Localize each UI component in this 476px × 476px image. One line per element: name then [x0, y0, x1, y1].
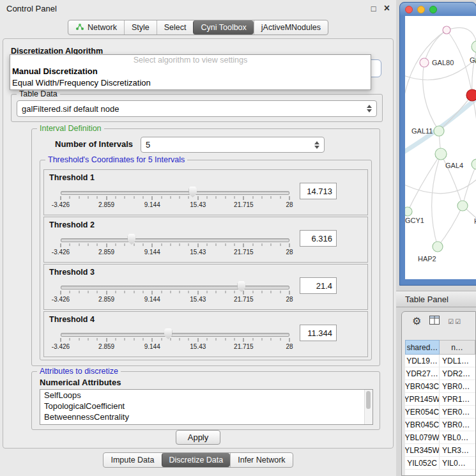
- top-tabbar: Network Style Select Cyni Toolbox jActiv…: [0, 20, 396, 35]
- tab-jactivemnodules[interactable]: jActiveMNodules: [254, 20, 328, 35]
- slider-track[interactable]: [61, 333, 289, 337]
- table-row[interactable]: YLR345WYLR3…: [405, 444, 475, 457]
- combo-arrows-icon: [367, 105, 372, 112]
- table-row[interactable]: YDL19…YDL1…: [405, 355, 475, 367]
- dropdown-option-manual-discretization[interactable]: Manual Discretization: [10, 66, 371, 77]
- table-data-value: galFiltered.sif default node: [22, 104, 119, 114]
- threshold-3-value-field[interactable]: 21.4: [300, 277, 337, 294]
- table-row[interactable]: YDR27…YDR2…: [405, 367, 475, 380]
- scale-tick-label: 2.859: [98, 343, 114, 350]
- table-row[interactable]: YPR145WYPR1…: [405, 393, 475, 406]
- tab-select[interactable]: Select: [157, 20, 194, 35]
- minimize-traffic-light[interactable]: [417, 6, 425, 13]
- table-panel-titlebar: Table Panel: [396, 291, 476, 307]
- network-edge: [472, 47, 476, 95]
- network-node[interactable]: [433, 242, 443, 252]
- threshold-2-slider[interactable]: -3.4262.8599.14415.4321.71528: [57, 233, 293, 261]
- scale-tick-label: 9.144: [144, 343, 160, 350]
- scale-tick-label: 28: [286, 249, 293, 256]
- node-label: GA: [470, 56, 476, 64]
- attribute-list-item[interactable]: SelfLoops: [40, 390, 372, 401]
- slider-track[interactable]: [61, 238, 289, 242]
- table-data-combobox[interactable]: galFiltered.sif default node: [17, 100, 377, 117]
- scale-tick-label: 28: [286, 201, 293, 208]
- network-node[interactable]: [466, 89, 476, 101]
- tab-cyni-toolbox[interactable]: Cyni Toolbox: [193, 20, 253, 35]
- table-cell: YPR1…: [440, 393, 475, 405]
- node-table-body: YDL19…YDL1…YDR27…YDR2…YBR043CYBR0…YPR145…: [405, 355, 475, 470]
- attributes-group-label: Attributes to discretize: [37, 367, 121, 376]
- table-row[interactable]: YBR043CYBR0…: [405, 380, 475, 393]
- scale-tick-label: 2.859: [98, 201, 114, 208]
- numerical-attributes-label: Numerical Attributes: [40, 378, 121, 387]
- tab-infer-network[interactable]: Infer Network: [230, 453, 292, 467]
- network-node[interactable]: [457, 201, 468, 211]
- number-of-intervals-combobox[interactable]: 5: [141, 137, 325, 153]
- node-label: GAL4: [445, 162, 463, 169]
- scale-tick-label: 2.859: [98, 296, 114, 303]
- tab-style[interactable]: Style: [124, 20, 157, 35]
- scale-tick-label: 21.715: [234, 296, 254, 303]
- network-node[interactable]: [472, 159, 476, 169]
- numerical-attributes-list[interactable]: SelfLoopsTopologicalCoefficientBetweenne…: [40, 389, 373, 425]
- dropdown-option-equal-width-frequency[interactable]: Equal Width/Frequency Discretization: [10, 77, 371, 89]
- threshold-1-label: Threshold 1: [49, 173, 95, 182]
- network-edge: [405, 176, 476, 194]
- slider-track[interactable]: [61, 286, 289, 289]
- threshold-4-value-field[interactable]: 11.344: [300, 325, 337, 341]
- network-canvas[interactable]: GAL80GAGAL11GAL4GCY1HHAP2: [405, 16, 476, 279]
- scale-tick-label: -3.426: [52, 201, 70, 208]
- thresholds-group: Threshold's Coordinates for 5 Intervals …: [40, 160, 372, 360]
- attribute-list-item[interactable]: TopologicalCoefficient: [40, 401, 372, 411]
- table-row[interactable]: YIL052CYIL0…: [405, 457, 475, 470]
- slider-track[interactable]: [61, 191, 289, 195]
- select-all-checkboxes-icon[interactable]: ☑☑: [448, 318, 462, 325]
- table-cell: YDL1…: [440, 355, 475, 367]
- apply-button[interactable]: Apply: [176, 430, 220, 445]
- network-node[interactable]: [405, 207, 412, 216]
- tab-label: Cyni Toolbox: [201, 23, 246, 32]
- network-edge: [423, 63, 439, 131]
- table-row[interactable]: YBR045CYBR0…: [405, 418, 475, 431]
- tab-label: jActiveMNodules: [261, 23, 321, 32]
- threshold-2-value-field[interactable]: 6.316: [300, 230, 337, 247]
- table-row[interactable]: YER054CYER0…: [405, 406, 475, 418]
- network-node[interactable]: [420, 58, 429, 67]
- threshold-1-value-field[interactable]: 14.713: [300, 183, 337, 199]
- table-cell: YLR3…: [440, 444, 475, 456]
- column-selector-icon[interactable]: [429, 316, 440, 327]
- tab-impute-data[interactable]: Impute Data: [104, 453, 161, 467]
- tab-network[interactable]: Network: [68, 20, 124, 35]
- network-node[interactable]: [434, 126, 444, 136]
- number-of-intervals-value: 5: [146, 140, 150, 150]
- close-icon[interactable]: ×: [384, 3, 390, 13]
- table-row[interactable]: YBL079WYBL0…: [405, 431, 475, 444]
- threshold-3-slider[interactable]: -3.4262.8599.14415.4321.71528: [57, 280, 293, 308]
- scrollbar-thumb[interactable]: [366, 391, 371, 409]
- close-traffic-light[interactable]: [405, 6, 413, 13]
- threshold-1-box: Threshold 1 -3.4262.8599.14415.4321.7152…: [43, 169, 368, 215]
- network-edge: [438, 206, 463, 247]
- network-edge: [472, 95, 476, 164]
- interval-definition-label: Interval Definition: [37, 124, 104, 133]
- threshold-4-slider[interactable]: -3.4262.8599.14415.4321.71528: [57, 327, 293, 355]
- network-window-titlebar: [400, 3, 476, 16]
- network-view-window: GAL80GAGAL11GAL4GCY1HHAP2: [399, 2, 476, 286]
- network-node[interactable]: [443, 26, 450, 34]
- float-icon[interactable]: □: [371, 4, 376, 13]
- tab-label: Infer Network: [238, 456, 285, 464]
- tab-discretize-data[interactable]: Discretize Data: [162, 453, 231, 467]
- network-node[interactable]: [472, 41, 476, 52]
- gear-icon[interactable]: ⚙: [412, 316, 421, 326]
- slider-ticks: [61, 243, 289, 248]
- column-header-name[interactable]: n…: [440, 340, 475, 355]
- threshold-2-label: Threshold 2: [49, 220, 95, 229]
- attribute-list-item[interactable]: BetweennessCentrality: [40, 411, 372, 422]
- table-header-row: shared… n…: [405, 340, 475, 355]
- column-header-shared-name[interactable]: shared…: [405, 340, 440, 355]
- node-table: shared… n… YDL19…YDL1…YDR27…YDR2…YBR043C…: [405, 340, 475, 475]
- zoom-traffic-light[interactable]: [429, 6, 437, 13]
- network-node[interactable]: [435, 148, 447, 160]
- list-scrollbar[interactable]: [364, 390, 372, 424]
- threshold-1-slider[interactable]: -3.4262.8599.14415.4321.71528: [57, 185, 293, 213]
